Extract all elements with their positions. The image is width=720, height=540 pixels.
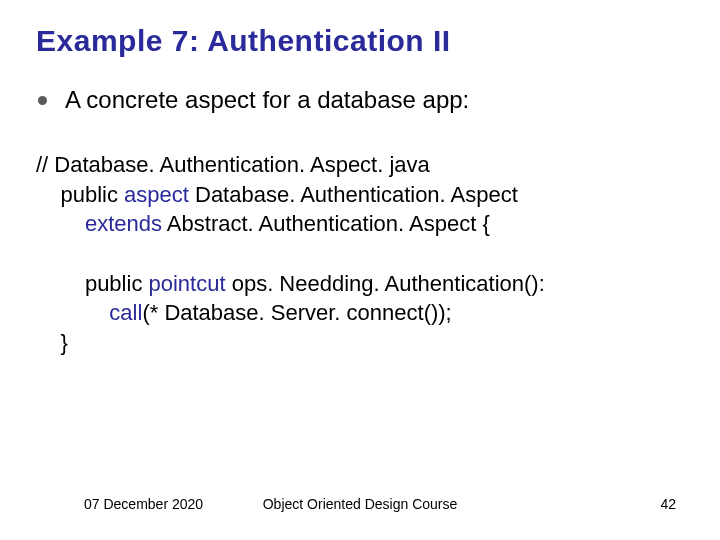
slide: Example 7: Authentication II A concrete … (0, 0, 720, 540)
footer-page-number: 42 (660, 496, 676, 512)
slide-title: Example 7: Authentication II (36, 24, 684, 58)
code-line: extends Abstract. Authentication. Aspect… (36, 209, 684, 239)
code-line (36, 239, 684, 269)
footer-date: 07 December 2020 (84, 496, 203, 512)
code-line: call(* Database. Server. connect()); (36, 298, 684, 328)
code-line: } (36, 328, 684, 358)
code-line: // Database. Authentication. Aspect. jav… (36, 150, 684, 180)
code-line: public aspect Database. Authentication. … (36, 180, 684, 210)
keyword-pointcut: pointcut (149, 271, 226, 296)
bullet-text: A concrete aspect for a database app: (65, 86, 469, 114)
code-block: // Database. Authentication. Aspect. jav… (36, 150, 684, 358)
keyword-aspect: aspect (124, 182, 189, 207)
footer-course: Object Oriented Design Course (263, 496, 458, 512)
keyword-extends: extends (85, 211, 162, 236)
keyword-call: call (109, 300, 142, 325)
bullet-item: A concrete aspect for a database app: (36, 86, 684, 114)
code-line: public pointcut ops. Needding. Authentic… (36, 269, 684, 299)
bullet-icon (38, 96, 47, 105)
footer: 07 December 2020 Object Oriented Design … (0, 496, 720, 512)
